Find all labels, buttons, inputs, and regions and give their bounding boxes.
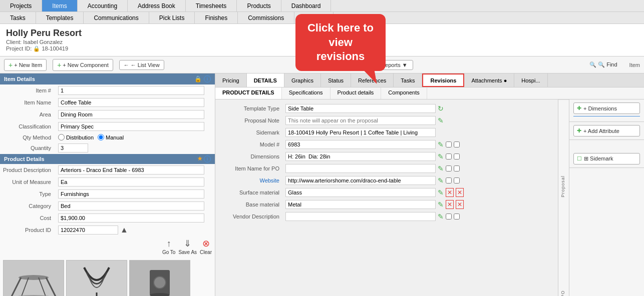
svg-line-4 bbox=[39, 278, 46, 296]
model-label: Model # bbox=[218, 138, 283, 150]
dimensions-button[interactable]: ✚ + Dimensions bbox=[573, 102, 640, 114]
quantity-input[interactable] bbox=[58, 144, 88, 152]
reports-dropdown[interactable]: Reports ▼ bbox=[376, 60, 413, 70]
new-item-button[interactable]: + + New Item bbox=[4, 59, 47, 71]
cost-input[interactable] bbox=[58, 214, 204, 222]
go-to-button[interactable]: ↑ Go To bbox=[162, 238, 176, 255]
edit-icon-3[interactable]: ✎ bbox=[438, 152, 444, 160]
po-check-2[interactable] bbox=[454, 166, 460, 172]
project-id: Project ID: 🔒 18-100419 bbox=[6, 46, 638, 52]
product-id-input[interactable] bbox=[58, 226, 118, 234]
new-component-button[interactable]: + + New Component bbox=[53, 59, 113, 71]
edit-icon-4[interactable]: ✎ bbox=[438, 164, 444, 172]
distribution-radio[interactable] bbox=[58, 134, 65, 140]
sidemark-input[interactable] bbox=[285, 128, 436, 137]
po-check-1[interactable] bbox=[446, 166, 452, 172]
tab-revisions[interactable]: Revisions bbox=[422, 74, 464, 87]
go-to-icon[interactable]: ▲ bbox=[120, 226, 128, 234]
svg-point-10 bbox=[154, 276, 166, 288]
subtab-specifications[interactable]: Specifications bbox=[282, 88, 331, 99]
template-type-input[interactable] bbox=[285, 104, 436, 113]
product-image-3[interactable] bbox=[129, 260, 190, 296]
website-input[interactable] bbox=[285, 176, 436, 185]
item-name-po-input[interactable] bbox=[285, 164, 436, 173]
second-nav: Tasks Templates Communications Pick List… bbox=[0, 12, 644, 24]
tab-claims[interactable]: Claims bbox=[294, 12, 334, 24]
tab-communications[interactable]: Communications bbox=[84, 12, 149, 24]
info-icon[interactable]: i bbox=[204, 76, 211, 82]
website-check-1[interactable] bbox=[446, 178, 452, 184]
edit-icon-8[interactable]: ✎ bbox=[438, 212, 444, 220]
clear-button[interactable]: ⊗ Clear bbox=[200, 238, 212, 255]
tab-references[interactable]: References bbox=[351, 74, 394, 87]
subtab-components[interactable]: Components bbox=[381, 88, 427, 99]
product-image-2[interactable] bbox=[66, 260, 127, 296]
item-number-input[interactable] bbox=[58, 86, 204, 95]
tab-projects[interactable]: Projects bbox=[0, 0, 42, 12]
tab-items[interactable]: Items bbox=[42, 0, 77, 12]
dimensions-input[interactable] bbox=[285, 152, 436, 161]
x-icon-3[interactable]: ✕ bbox=[446, 200, 454, 209]
product-image-1[interactable] bbox=[3, 260, 64, 296]
tab-pick-lists[interactable]: Pick Lists bbox=[149, 12, 195, 24]
tab-tasks[interactable]: Tasks bbox=[394, 74, 422, 87]
type-input[interactable] bbox=[58, 190, 204, 198]
tab-dashboard[interactable]: Dashboard bbox=[281, 0, 332, 12]
dimensions-check-1[interactable] bbox=[446, 154, 452, 160]
tab-hospi[interactable]: Hospi... bbox=[514, 74, 547, 87]
tab-pricing[interactable]: Pricing bbox=[215, 74, 247, 87]
tab-products[interactable]: Products bbox=[237, 0, 281, 12]
surface-material-input[interactable] bbox=[285, 188, 436, 197]
star-icon[interactable]: ★ bbox=[197, 156, 202, 162]
tab-address-book[interactable]: Address Book bbox=[128, 0, 186, 12]
save-as-button[interactable]: ⇓ Save As bbox=[178, 238, 197, 255]
save-as-icon: ⇓ bbox=[184, 238, 191, 249]
tab-commissions[interactable]: Commissions bbox=[238, 12, 294, 24]
area-input[interactable] bbox=[58, 110, 204, 119]
manual-radio[interactable] bbox=[98, 134, 104, 140]
model-check-1[interactable] bbox=[446, 142, 452, 148]
tab-tasks[interactable]: Tasks bbox=[0, 12, 36, 24]
edit-icon[interactable]: ✎ bbox=[438, 116, 444, 124]
vendor-check-1[interactable] bbox=[446, 214, 452, 220]
add-attribute-button[interactable]: ✚ + Add Attribute bbox=[573, 125, 640, 136]
tab-timesheets[interactable]: Timesheets bbox=[186, 0, 237, 12]
tab-attachments[interactable]: Attachments ● bbox=[464, 74, 514, 87]
dimensions-check-2[interactable] bbox=[454, 154, 460, 160]
tab-templates[interactable]: Templates bbox=[36, 12, 84, 24]
plus-icon-4: ✚ bbox=[577, 128, 581, 134]
description-row: Product Description bbox=[0, 164, 215, 176]
edit-icon-2[interactable]: ✎ bbox=[438, 140, 444, 148]
edit-icon-5[interactable]: ✎ bbox=[438, 176, 444, 184]
refresh-icon[interactable]: ↻ bbox=[438, 104, 444, 112]
unit-input[interactable] bbox=[58, 178, 204, 186]
list-view-button[interactable]: ← ← List View bbox=[119, 60, 164, 70]
vendor-description-input[interactable] bbox=[285, 212, 436, 221]
find-button[interactable]: 🔍 🔍 Find bbox=[585, 60, 621, 70]
website-check-2[interactable] bbox=[454, 178, 460, 184]
proposal-note-input[interactable] bbox=[285, 116, 436, 125]
edit-icon-7[interactable]: ✎ bbox=[438, 200, 444, 208]
actions-dropdown[interactable]: Actions ▼ bbox=[337, 60, 373, 70]
model-check-2[interactable] bbox=[454, 142, 460, 148]
tab-status[interactable]: Status bbox=[321, 74, 351, 87]
tab-finishes[interactable]: Finishes bbox=[195, 12, 238, 24]
x-icon-1[interactable]: ✕ bbox=[446, 188, 454, 197]
info-icon-2[interactable]: i bbox=[204, 156, 211, 162]
edit-icon-6[interactable]: ✎ bbox=[438, 188, 444, 196]
tab-details[interactable]: DETAILS bbox=[247, 74, 284, 87]
subtab-product-details-2[interactable]: Product details bbox=[331, 88, 382, 99]
vendor-check-2[interactable] bbox=[454, 214, 460, 220]
tab-accounting[interactable]: Accounting bbox=[78, 0, 128, 12]
category-input[interactable] bbox=[58, 202, 204, 210]
subtab-product-details[interactable]: PRODUCT DETAILS bbox=[215, 88, 282, 99]
description-input[interactable] bbox=[58, 166, 204, 174]
item-name-input[interactable] bbox=[58, 98, 204, 107]
x-icon-2[interactable]: ✕ bbox=[456, 188, 464, 197]
model-input[interactable] bbox=[285, 140, 436, 149]
tab-graphics[interactable]: Graphics bbox=[284, 74, 321, 87]
base-material-input[interactable] bbox=[285, 200, 436, 209]
classification-input[interactable] bbox=[58, 122, 204, 131]
sidemark-button[interactable]: ☐ ⊞ Sidemark bbox=[573, 153, 640, 164]
x-icon-4[interactable]: ✕ bbox=[456, 200, 464, 209]
